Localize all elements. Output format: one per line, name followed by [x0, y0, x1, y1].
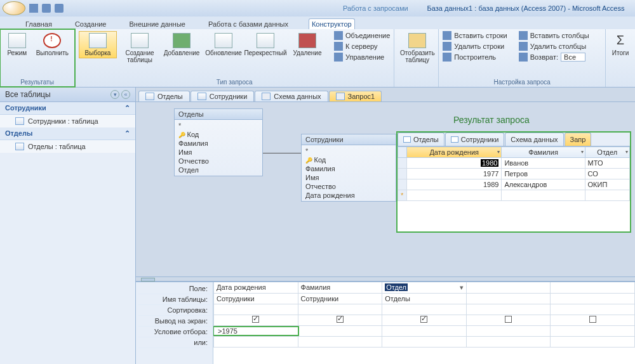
result-tab-query[interactable]: Запр — [565, 133, 592, 146]
qbe-cell[interactable]: >1975 — [214, 325, 298, 336]
field-item[interactable]: * — [305, 146, 392, 155]
tab-external-data[interactable]: Внешние данные — [127, 19, 188, 29]
office-button[interactable] — [3, 1, 25, 15]
qbe-cell[interactable] — [466, 282, 551, 293]
return-dropdown[interactable]: Возврат: Все — [519, 53, 589, 62]
qbe-cell[interactable] — [298, 325, 382, 336]
qbe-cell[interactable] — [382, 315, 467, 325]
undo-icon[interactable] — [42, 4, 51, 13]
show-table-button[interactable]: Отобразить таблицу — [398, 31, 436, 65]
show-checkbox[interactable] — [505, 316, 512, 323]
qbe-cell[interactable] — [551, 336, 635, 347]
nav-item-employees-table[interactable]: Сотрудники : таблица — [0, 115, 135, 127]
field-item[interactable]: Код — [178, 130, 258, 139]
show-checkbox[interactable] — [589, 316, 596, 323]
nav-header[interactable]: Все таблицы ▾ « — [0, 88, 135, 102]
run-button[interactable]: Выполнить — [34, 31, 70, 58]
qbe-cell[interactable] — [551, 282, 635, 293]
nav-dropdown-icon[interactable]: ▾ — [110, 90, 119, 99]
delete-rows-button[interactable]: Удалить строки — [443, 42, 507, 51]
filter-dropdown-icon[interactable]: ▾ — [581, 149, 584, 155]
nav-group-departments[interactable]: Отделы⌃ — [0, 127, 135, 140]
query-design-canvas[interactable]: Отделы *КодФамилияИмяОтчествоОтдел Сотру… — [136, 101, 635, 276]
view-button[interactable]: Режим — [4, 31, 30, 58]
result-row[interactable]: 1980ИвановМТО — [398, 158, 630, 169]
cell[interactable]: Петров — [502, 169, 585, 179]
qbe-cell[interactable]: Отдел ▾ — [382, 282, 467, 293]
field-item[interactable]: Дата рождения — [305, 191, 392, 200]
horizontal-splitter[interactable] — [136, 276, 635, 282]
col-header-department[interactable]: Отдел▾ — [585, 147, 629, 158]
nav-group-employees[interactable]: Сотрудники⌃ — [0, 102, 135, 115]
tab-home[interactable]: Главная — [23, 19, 55, 29]
col-header-birthdate[interactable]: Дата рождения▾ — [407, 147, 502, 158]
qbe-cell[interactable] — [551, 304, 635, 315]
field-item[interactable]: Фамилия — [178, 139, 258, 148]
doc-tab-schema[interactable]: Схема данных — [255, 91, 328, 101]
field-item[interactable]: Имя — [178, 148, 258, 157]
cell[interactable]: СО — [585, 169, 629, 179]
show-checkbox[interactable] — [337, 316, 344, 323]
row-selector-header[interactable] — [398, 147, 407, 158]
show-checkbox[interactable] — [252, 316, 259, 323]
show-checkbox[interactable] — [420, 316, 427, 323]
result-row[interactable]: 1989АлександровОКИП — [398, 179, 630, 190]
qbe-columns[interactable]: Дата рожденияФамилияОтдел ▾СотрудникиСот… — [213, 282, 635, 348]
qbe-cell[interactable] — [214, 336, 298, 347]
qbe-cell[interactable] — [551, 325, 635, 336]
field-item[interactable]: * — [178, 121, 258, 130]
qbe-cell[interactable] — [298, 315, 382, 325]
qbe-cell[interactable] — [298, 336, 382, 347]
passthrough-button[interactable]: К серверу — [334, 42, 390, 51]
col-header-lastname[interactable]: Фамилия▾ — [502, 147, 585, 158]
doc-tab-employees[interactable]: Сотрудники — [190, 91, 255, 101]
qbe-cell[interactable]: Фамилия — [298, 282, 382, 293]
qbe-cell[interactable] — [466, 304, 551, 315]
cell[interactable]: 1980 — [407, 158, 502, 169]
cell[interactable]: МТО — [585, 158, 629, 169]
qbe-cell[interactable] — [466, 325, 551, 336]
field-item[interactable]: Код — [305, 155, 392, 164]
row-selector[interactable] — [398, 158, 407, 169]
nav-collapse-icon[interactable]: « — [121, 90, 130, 99]
row-selector[interactable] — [398, 169, 407, 179]
field-item[interactable]: Отчество — [178, 157, 258, 166]
qbe-cell[interactable] — [382, 336, 467, 347]
table-box-departments[interactable]: Отделы *КодФамилияИмяОтчествоОтдел — [174, 108, 263, 176]
delete-cols-button[interactable]: Удалить столбцы — [519, 42, 589, 51]
nav-item-departments-table[interactable]: Отделы : таблица — [0, 140, 135, 153]
result-grid[interactable]: Дата рождения▾ Фамилия▾ Отдел▾ 1980Ивано… — [398, 146, 630, 201]
union-button[interactable]: Объединение — [334, 31, 390, 40]
doc-tab-departments[interactable]: Отделы — [138, 91, 190, 101]
redo-icon[interactable] — [55, 4, 64, 13]
doc-tab-query1[interactable]: Запрос1 — [329, 91, 382, 101]
result-row[interactable]: 1977ПетровСО — [398, 169, 630, 179]
builder-button[interactable]: Построитель — [443, 53, 507, 62]
cell[interactable]: Александров — [502, 179, 585, 190]
qbe-cell[interactable] — [551, 293, 635, 304]
result-tab-schema[interactable]: Схема данных — [505, 133, 563, 146]
filter-dropdown-icon[interactable]: ▾ — [625, 149, 628, 155]
insert-rows-button[interactable]: Вставить строки — [443, 31, 507, 40]
field-item[interactable]: Имя — [305, 173, 392, 182]
delete-query-button[interactable]: Удаление — [288, 31, 326, 58]
result-tab-employees[interactable]: Сотрудники — [445, 133, 505, 146]
field-item[interactable]: Отдел — [178, 166, 258, 174]
update-button[interactable]: Обновление — [204, 31, 243, 58]
tab-database-tools[interactable]: Работа с базами данных — [206, 19, 291, 29]
qbe-cell[interactable]: Сотрудники — [214, 293, 298, 304]
cell[interactable]: ОКИП — [585, 179, 629, 190]
qbe-cell[interactable] — [466, 315, 551, 325]
new-row[interactable]: * — [398, 190, 630, 201]
row-selector[interactable] — [398, 179, 407, 190]
save-icon[interactable] — [29, 4, 38, 13]
qbe-cell[interactable] — [466, 293, 551, 304]
append-button[interactable]: Добавление — [163, 31, 201, 58]
datadef-button[interactable]: Управление — [334, 53, 390, 62]
qbe-cell[interactable] — [551, 315, 635, 325]
crosstab-button[interactable]: Перекрестный — [246, 31, 284, 58]
relationship-line[interactable] — [263, 153, 301, 153]
cell[interactable]: Иванов — [502, 158, 585, 169]
select-query-button[interactable]: Выборка — [79, 31, 117, 58]
qbe-cell[interactable]: Сотрудники — [298, 293, 382, 304]
